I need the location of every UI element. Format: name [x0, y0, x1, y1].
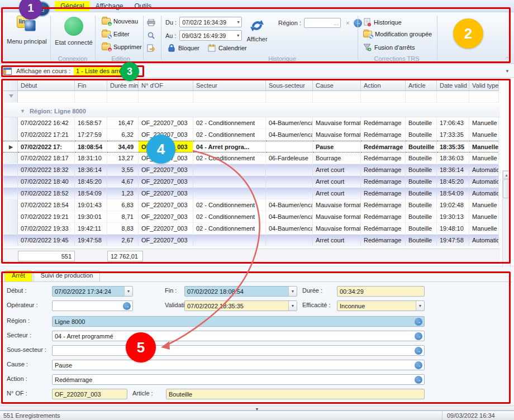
cell[interactable]: Redémarrage	[361, 129, 406, 141]
cell[interactable]: Arret court	[313, 176, 361, 188]
cell[interactable]: 07/02/2022 18:17	[18, 152, 75, 164]
cell[interactable]: 19:42:11	[75, 223, 107, 235]
cell[interactable]: 6,32	[107, 129, 139, 141]
cell[interactable]: Redémarrage	[361, 223, 406, 235]
cell[interactable]: Automatiq	[469, 235, 499, 246]
collapse-group-icon[interactable]: ▼	[20, 108, 25, 114]
cell[interactable]: 34,49	[107, 141, 139, 152]
menu-principal-button[interactable]: lina Menu principal	[6, 16, 48, 45]
chevron-down-icon[interactable]: ▼	[235, 34, 240, 37]
table-row[interactable]: 07/02/2022 19:4519:47:582,67OF_220207_00…	[3, 235, 500, 246]
cell[interactable]: Mauvaise format	[313, 117, 361, 129]
cell[interactable]: 1,23	[107, 188, 139, 199]
action-field[interactable]: Redémarrage →	[52, 374, 425, 385]
cell[interactable]: 19:01:43	[75, 199, 107, 211]
afficher-button[interactable]: Afficher	[240, 18, 274, 42]
etat-connecte-button[interactable]: Etat connecté	[54, 17, 94, 46]
panel-splitter[interactable]: ▼	[0, 405, 514, 411]
efficacite-field[interactable]: Inconnue ▼	[337, 300, 425, 311]
duree-field[interactable]: 00:34:29	[337, 286, 425, 297]
cell[interactable]	[266, 176, 313, 188]
cell[interactable]: 3,55	[107, 164, 139, 176]
filter-cell[interactable]	[139, 91, 193, 103]
au-date-input[interactable]: 09/03/2 16:49:39 ▼	[179, 30, 242, 41]
article-field[interactable]: Bouteille	[166, 389, 425, 399]
cell[interactable]: OF_220207_003	[139, 152, 193, 164]
collapse-ribbon-icon[interactable]: ︿	[505, 53, 511, 61]
cell[interactable]: 19:47:58	[75, 235, 107, 246]
cell[interactable]: Bouteille	[406, 117, 437, 129]
table-row[interactable]: 07/02/2022 18:5419:01:436,83OF_220207_00…	[3, 199, 500, 211]
filter-cell[interactable]	[107, 91, 139, 103]
cell[interactable]: 02 - Conditionnement	[193, 223, 266, 235]
cell[interactable]: Bouteille	[406, 223, 437, 235]
cell[interactable]: 6,83	[107, 199, 139, 211]
cell[interactable]: 18:36:03	[437, 152, 469, 164]
column-header[interactable]: Action	[361, 79, 406, 91]
cell[interactable]: 18:45:20	[437, 176, 469, 188]
chevron-down-icon[interactable]: ▼	[235, 20, 240, 24]
print-button[interactable]	[145, 17, 157, 28]
table-row[interactable]: 07/02/2022 17:2117:27:596,32OF_220207_00…	[3, 129, 500, 141]
cell[interactable]: 17:06:43	[437, 117, 469, 129]
column-header[interactable]: Début	[18, 79, 75, 91]
cell[interactable]	[266, 235, 313, 246]
filter-cell[interactable]	[266, 91, 313, 103]
cell[interactable]: Pause	[313, 141, 361, 152]
export-button[interactable]	[145, 42, 157, 54]
cell[interactable]: 07/02/2022 19:21	[18, 211, 75, 223]
cell[interactable]: Manuelle	[469, 141, 499, 152]
cell[interactable]: 07/02/2022 18:32	[18, 164, 75, 176]
cell[interactable]: Manuelle	[469, 152, 499, 164]
cell[interactable]: 18:36:14	[437, 164, 469, 176]
cell[interactable]: 18:54:09	[437, 188, 469, 199]
column-header[interactable]: Article	[406, 79, 437, 91]
cell[interactable]: Bouteille	[406, 176, 437, 188]
fin-field[interactable]: 07/02/2022 18:08:54 ▼	[184, 286, 297, 297]
filter-cell[interactable]	[313, 91, 361, 103]
region-field[interactable]: Ligne 8000 →	[52, 316, 425, 327]
cell[interactable]: Manuelle	[469, 223, 499, 235]
cell[interactable]: 8,83	[107, 223, 139, 235]
cell[interactable]: Manuelle	[469, 129, 499, 141]
supprimer-button[interactable]: × Supprimer	[102, 44, 142, 50]
cell[interactable]: Redémarrage	[361, 117, 406, 129]
du-date-input[interactable]: 07/02/2 16:34:39 ▼	[179, 17, 242, 27]
filter-cell[interactable]	[75, 91, 107, 103]
cell[interactable]: 18:36:14	[75, 164, 107, 176]
cell[interactable]: 17:33:35	[437, 129, 469, 141]
cell[interactable]	[266, 188, 313, 199]
cell[interactable]: Bouteille	[406, 141, 437, 152]
row-header[interactable]	[3, 235, 18, 246]
cell[interactable]: Bouteille	[406, 211, 437, 223]
chevron-down-icon[interactable]: ▼	[124, 287, 132, 296]
column-header[interactable]: N° d'OF	[139, 79, 193, 91]
cell[interactable]: 4,67	[107, 176, 139, 188]
cell[interactable]: 19:47:58	[437, 235, 469, 246]
region-input[interactable]: ...	[304, 18, 341, 28]
cell[interactable]: 18:08:54	[75, 141, 107, 152]
row-header-corner[interactable]	[3, 79, 18, 91]
cell[interactable]: 04-Baumer/encar	[266, 129, 313, 141]
cell[interactable]: 07/02/2022 16:42	[18, 117, 75, 129]
scrollbar-thumb[interactable]	[503, 179, 510, 198]
cell[interactable]: 02 - Conditionnement	[193, 117, 266, 129]
cell[interactable]	[266, 164, 313, 176]
editer-button[interactable]: ✎ Editer	[102, 31, 130, 37]
table-row[interactable]: 07/02/2022 18:3218:36:143,55OF_220207_00…	[3, 164, 500, 176]
filter-cell[interactable]	[361, 91, 406, 103]
lookup-arrow-icon[interactable]: →	[415, 361, 422, 369]
chevron-down-icon[interactable]: ▼	[288, 301, 297, 311]
cell[interactable]: Redémarrage	[361, 176, 406, 188]
chevron-down-icon[interactable]: ▼	[505, 69, 510, 74]
table-row[interactable]: 07/02/2022 19:3319:42:118,83OF_220207_00…	[3, 223, 500, 235]
column-header[interactable]: Fin	[75, 79, 107, 91]
lookup-arrow-icon[interactable]: →	[123, 302, 131, 310]
cell[interactable]: Manuelle	[469, 117, 499, 129]
table-row[interactable]: 07/02/2022 18:4018:45:204,67OF_220207_00…	[3, 176, 500, 188]
table-row[interactable]: 07/02/2022 18:1718:31:1013,27OF_220207_0…	[3, 152, 500, 164]
row-header[interactable]	[3, 164, 18, 176]
cell[interactable]: Bouteille	[406, 188, 437, 199]
cell[interactable]: 04-Baumer/encar	[266, 211, 313, 223]
validation-field[interactable]: 07/02/2022 18:35:35 ▼	[184, 300, 297, 311]
